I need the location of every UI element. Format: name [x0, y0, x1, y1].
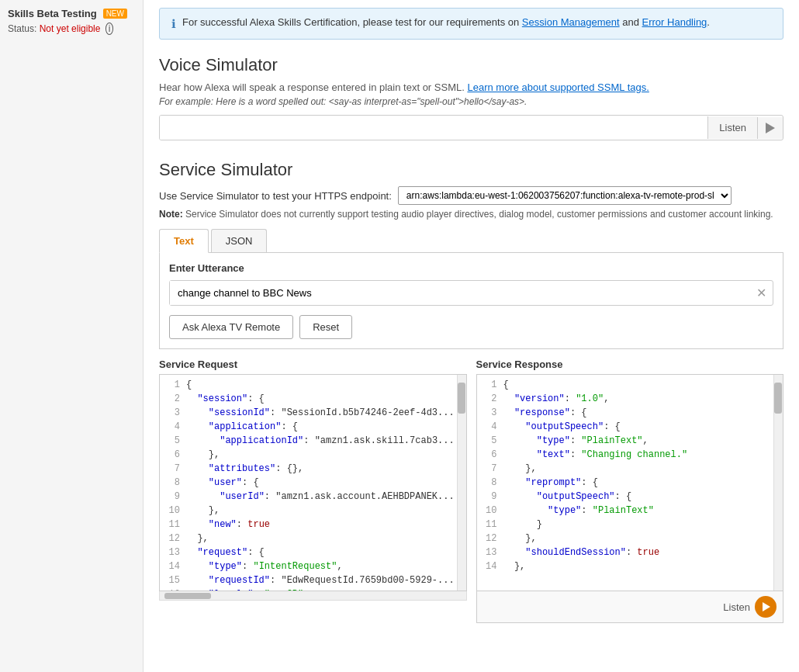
sidebar-new-badge: NEW: [103, 9, 127, 19]
service-response-title: Service Response: [476, 359, 784, 370]
status-value: Not yet eligible: [40, 23, 101, 34]
tab-json[interactable]: JSON: [211, 229, 268, 252]
request-horiz-scrollbar[interactable]: [159, 591, 467, 601]
request-scroll-thumb: [458, 383, 465, 414]
response-scrollbar[interactable]: [773, 375, 783, 591]
sidebar: Skills Beta Testing NEW Status: Not yet …: [0, 0, 144, 654]
response-play-icon: [763, 602, 770, 611]
session-management-link[interactable]: Session Management: [522, 16, 620, 28]
request-scrollbar[interactable]: [457, 375, 466, 591]
response-listen-label: Listen: [723, 601, 750, 613]
voice-input-row: Listen: [159, 115, 783, 140]
play-icon: [766, 123, 775, 133]
voice-listen-button[interactable]: Listen: [707, 116, 757, 139]
ask-button[interactable]: Ask Alexa TV Remote: [169, 315, 293, 339]
sidebar-title: Skills Beta Testing: [8, 8, 97, 19]
utterance-input-row: ✕: [169, 280, 773, 306]
voice-simulator-desc: Hear how Alexa will speak a response ent…: [159, 81, 783, 93]
service-simulator-title: Service Simulator: [159, 160, 783, 180]
voice-play-button[interactable]: [757, 117, 783, 139]
clear-icon[interactable]: ✕: [750, 281, 773, 305]
utterance-label: Enter Utterance: [169, 262, 773, 274]
voice-simulator-example: For example: Here is a word spelled out:…: [159, 96, 783, 107]
service-request-panel: Service Request 1{2 "session": {3 "sessi…: [159, 359, 467, 623]
request-horiz-thumb: [164, 593, 211, 599]
bottom-listen-row: Listen: [476, 591, 784, 623]
request-code-pre: 1{2 "session": {3 "sessionId": "SessionI…: [160, 375, 466, 591]
response-play-button[interactable]: [755, 596, 777, 618]
ssml-tags-link[interactable]: Learn more about supported SSML tags.: [467, 81, 649, 93]
endpoint-label: Use Service Simulator to test your HTTPS…: [159, 190, 392, 202]
tab-text[interactable]: Text: [159, 229, 209, 253]
utterance-input[interactable]: [170, 281, 750, 305]
sidebar-status: Status: Not yet eligible i: [8, 23, 135, 34]
voice-input[interactable]: [160, 116, 707, 140]
response-code-pre: 1{2 "version": "1.0",3 "response": {4 "o…: [477, 375, 783, 577]
response-scroll-thumb: [774, 383, 782, 414]
info-circle-icon: ℹ: [171, 17, 176, 31]
main-content: ℹ For successful Alexa Skills Certificat…: [144, 0, 799, 654]
service-request-title: Service Request: [159, 359, 467, 370]
reset-button[interactable]: Reset: [299, 315, 352, 339]
service-response-panel: Service Response 1{2 "version": "1.0",3 …: [476, 359, 784, 623]
endpoint-row: Use Service Simulator to test your HTTPS…: [159, 186, 783, 205]
buttons-row: Ask Alexa TV Remote Reset: [169, 315, 773, 339]
info-banner-text: For successful Alexa Skills Certificatio…: [182, 16, 710, 28]
tabs-row: Text JSON: [159, 229, 783, 253]
utterance-panel: Enter Utterance ✕ Ask Alexa TV Remote Re…: [159, 253, 783, 349]
error-handling-link[interactable]: Error Handling: [642, 16, 707, 28]
service-response-code[interactable]: 1{2 "version": "1.0",3 "response": {4 "o…: [476, 374, 784, 591]
note-text: Note: Service Simulator does not current…: [159, 209, 783, 220]
panels-row: Service Request 1{2 "session": {3 "sessi…: [159, 359, 783, 623]
endpoint-select[interactable]: arn:aws:lambda:eu-west-1:062003756207:fu…: [398, 186, 732, 205]
info-icon: i: [105, 23, 114, 35]
service-simulator-section: Service Simulator Use Service Simulator …: [159, 160, 783, 623]
voice-simulator-title: Voice Simulator: [159, 55, 783, 75]
info-banner: ℹ For successful Alexa Skills Certificat…: [159, 8, 783, 40]
service-request-code[interactable]: 1{2 "session": {3 "sessionId": "SessionI…: [159, 374, 467, 591]
